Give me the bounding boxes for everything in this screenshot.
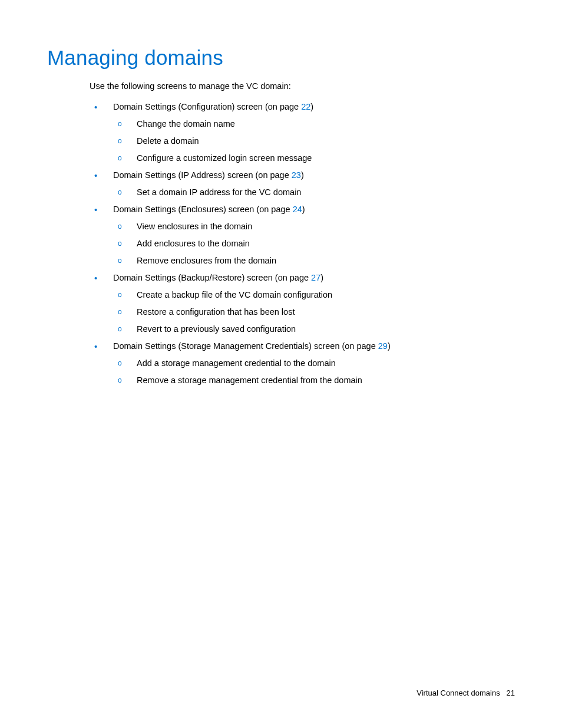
list-item: Domain Settings (Storage Management Cred…	[90, 340, 515, 387]
sub-list-item: Add a storage management credential to t…	[113, 357, 515, 370]
page-reference-link[interactable]: 24	[293, 205, 302, 214]
item-text: Domain Settings (Enclosures) screen (on …	[113, 205, 293, 214]
sub-list: Change the domain nameDelete a domainCon…	[113, 118, 515, 164]
list-item: Domain Settings (Configuration) screen (…	[90, 101, 515, 164]
sub-list: Set a domain IP address for the VC domai…	[113, 186, 515, 199]
sub-list-item: Restore a configuration that has been lo…	[113, 306, 515, 318]
sub-list-item: Delete a domain	[113, 135, 515, 147]
footer-section: Virtual Connect domains	[416, 689, 500, 697]
sub-list: Add a storage management credential to t…	[113, 357, 515, 387]
sub-list-item: Set a domain IP address for the VC domai…	[113, 186, 515, 199]
sub-list-item: Revert to a previously saved configurati…	[113, 323, 515, 335]
page-reference-link[interactable]: 27	[311, 273, 320, 282]
item-text-after: )	[310, 102, 313, 111]
sub-list-item: Configure a customized login screen mess…	[113, 152, 515, 164]
sub-list: View enclosures in the domainAdd enclosu…	[113, 220, 515, 267]
page-footer: Virtual Connect domains 21	[416, 689, 515, 697]
item-text: Domain Settings (IP Address) screen (on …	[113, 170, 292, 180]
item-text: Domain Settings (Backup/Restore) screen …	[113, 273, 311, 282]
sub-list-item: Remove enclosures from the domain	[113, 255, 515, 267]
list-item: Domain Settings (Enclosures) screen (on …	[90, 203, 515, 267]
document-page: Managing domains Use the following scree…	[0, 0, 562, 387]
sub-list-item: Add enclosures to the domain	[113, 238, 515, 250]
sub-list: Create a backup file of the VC domain co…	[113, 289, 515, 335]
list-item: Domain Settings (Backup/Restore) screen …	[90, 272, 515, 335]
page-reference-link[interactable]: 23	[292, 170, 301, 180]
sub-list-item: View enclosures in the domain	[113, 220, 515, 233]
sub-list-item: Remove a storage management credential f…	[113, 374, 515, 387]
intro-paragraph: Use the following screens to manage the …	[90, 80, 515, 93]
item-text: Domain Settings (Storage Management Cred…	[113, 341, 378, 351]
item-text-after: )	[320, 273, 323, 282]
item-text-after: )	[388, 341, 391, 351]
page-reference-link[interactable]: 22	[301, 102, 310, 111]
item-text: Domain Settings (Configuration) screen (…	[113, 102, 301, 111]
item-text-after: )	[301, 170, 304, 180]
page-title: Managing domains	[47, 46, 515, 70]
sub-list-item: Change the domain name	[113, 118, 515, 130]
list-item: Domain Settings (IP Address) screen (on …	[90, 169, 515, 199]
sub-list-item: Create a backup file of the VC domain co…	[113, 289, 515, 301]
footer-page-number: 21	[507, 689, 515, 697]
content-list: Domain Settings (Configuration) screen (…	[90, 101, 515, 387]
page-reference-link[interactable]: 29	[378, 341, 388, 351]
item-text-after: )	[302, 205, 305, 214]
